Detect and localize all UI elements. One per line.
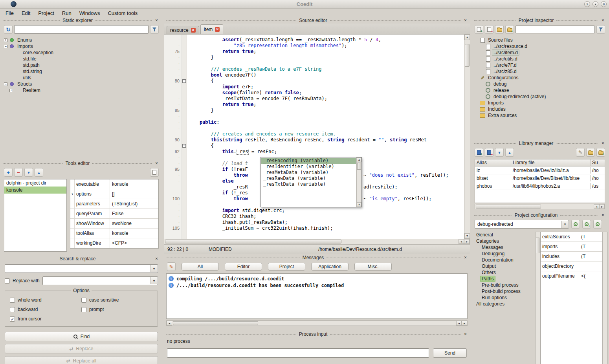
tree-item[interactable]: Configurations xyxy=(473,75,607,81)
tree-item[interactable]: release xyxy=(473,87,607,93)
filter-button[interactable] xyxy=(150,25,159,34)
column-header[interactable]: Library file xyxy=(511,159,591,166)
replace-button[interactable]: Replace xyxy=(5,344,158,353)
checkbox-icon[interactable] xyxy=(81,298,86,303)
close-panel-icon[interactable] xyxy=(600,141,605,146)
property-row[interactable]: extraSources (T xyxy=(541,232,607,242)
tree-item[interactable]: ../src/z85.d xyxy=(473,68,607,75)
scrollbar-thumb[interactable] xyxy=(165,240,341,243)
code-line[interactable]: · bool encodee7F() xyxy=(164,72,464,78)
code-line[interactable]: · xyxy=(164,60,464,66)
option-checkbox[interactable]: whole word xyxy=(10,297,81,303)
property-row[interactable]: imports (T xyxy=(541,242,607,252)
tree-item[interactable]: Extra sources xyxy=(473,112,607,119)
messages-horizontal-scrollbar[interactable] xyxy=(166,320,468,326)
close-panel-icon[interactable] xyxy=(600,18,605,23)
maximize-icon[interactable] xyxy=(592,1,598,7)
clone-configuration-button[interactable] xyxy=(593,220,602,229)
code-line[interactable]: 80− { xyxy=(164,78,464,84)
completion-scrollbar[interactable] xyxy=(356,157,361,207)
editor-tab[interactable]: resource xyxy=(167,26,199,34)
checkbox-icon[interactable] xyxy=(10,316,15,322)
expander-icon[interactable]: − xyxy=(4,45,7,48)
search-combo[interactable] xyxy=(5,264,158,273)
code-line[interactable]: 105 _initialSum = crc322uint(ihash.finis… xyxy=(164,225,464,231)
find-button[interactable]: Find xyxy=(5,332,158,341)
categories-scrollbar[interactable] xyxy=(535,232,540,364)
property-row[interactable]: parameters (TStringList) xyxy=(70,199,158,209)
minimize-icon[interactable] xyxy=(584,1,590,7)
menu-item[interactable]: Windows xyxy=(75,9,104,17)
tree-item[interactable]: + Enums xyxy=(2,37,160,43)
library-row[interactable]: iz /home/basile/Dev/Iz/lib/iz.a /ho xyxy=(475,166,605,174)
expander-icon[interactable]: − xyxy=(4,82,7,86)
column-header[interactable]: Alias xyxy=(475,159,511,166)
property-value[interactable]: <CFP> xyxy=(110,238,158,248)
scrollbar-thumb[interactable] xyxy=(476,205,541,209)
close-panel-icon[interactable] xyxy=(154,161,159,166)
code-line[interactable]: · xyxy=(164,125,464,131)
titlebar[interactable]: Coedit xyxy=(0,0,609,9)
scroll-left-icon[interactable] xyxy=(459,239,464,244)
configuration-combo[interactable]: debug-redirected xyxy=(475,220,569,229)
code-line[interactable]: · _resTxtData = encode_7F(_resRawData); xyxy=(164,96,464,102)
property-value[interactable]: False xyxy=(110,209,158,218)
tree-item[interactable]: core.exception xyxy=(2,49,160,56)
scroll-left-icon[interactable] xyxy=(456,321,462,326)
move-tool-down-button[interactable] xyxy=(24,168,33,177)
remove-tool-button[interactable] xyxy=(14,168,23,177)
add-source-button[interactable]: + xyxy=(475,25,483,34)
scrollbar-thumb[interactable] xyxy=(357,163,361,170)
scroll-right-icon[interactable] xyxy=(464,239,470,244)
code-line[interactable]: · import e7F; xyxy=(164,84,464,90)
dropdown-icon[interactable] xyxy=(150,277,157,284)
column-header[interactable]: Su xyxy=(591,159,605,166)
tree-item[interactable]: ../src/item.d xyxy=(473,49,607,56)
code-line[interactable]: · assert(_resTxtData.length == _resRawDa… xyxy=(164,37,464,43)
close-tab-icon[interactable] xyxy=(215,27,220,32)
close-panel-icon[interactable] xyxy=(463,18,468,23)
code-area[interactable]: · assert(_resTxtData.length == _resRawDa… xyxy=(164,35,470,239)
add-folder-button[interactable]: + xyxy=(505,25,514,34)
tree-item[interactable]: utils xyxy=(2,75,160,81)
scrollbar-thumb[interactable] xyxy=(173,321,258,325)
category-item[interactable]: All categories xyxy=(473,301,535,307)
property-row[interactable]: › options [] xyxy=(70,189,158,199)
close-panel-icon[interactable] xyxy=(600,213,605,218)
tree-item[interactable]: + ResItem xyxy=(2,87,160,93)
code-line[interactable]: · xyxy=(164,113,464,119)
dropdown-icon[interactable] xyxy=(150,265,157,272)
menu-item[interactable]: Run xyxy=(58,9,75,17)
close-panel-icon[interactable] xyxy=(154,18,159,23)
option-checkbox[interactable]: backward xyxy=(10,307,81,312)
category-item[interactable]: Debugging xyxy=(473,251,535,257)
category-item[interactable]: Categories xyxy=(473,238,535,244)
property-value[interactable]: konsole xyxy=(110,179,158,189)
property-value[interactable]: (TStringList) xyxy=(110,199,158,209)
replace-with-checkbox[interactable] xyxy=(5,278,10,284)
menu-item[interactable]: File xyxy=(2,9,18,17)
grid-scrollbar[interactable] xyxy=(602,232,607,364)
refresh-button[interactable] xyxy=(4,25,13,34)
menu-item[interactable]: Project xyxy=(34,9,58,17)
tree-item[interactable]: − Imports xyxy=(2,43,160,49)
filter-button[interactable] xyxy=(596,25,605,34)
code-line[interactable]: · "z85 representation length mismatches"… xyxy=(164,43,464,49)
close-panel-icon[interactable] xyxy=(463,332,468,337)
message-row[interactable]: /.../build/resource.d.coedit has been su… xyxy=(169,282,465,289)
scrollbar-thumb[interactable] xyxy=(465,44,470,67)
scroll-left-icon[interactable] xyxy=(594,204,599,209)
clear-messages-button[interactable] xyxy=(167,262,176,271)
move-tool-up-button[interactable] xyxy=(35,168,43,177)
code-line[interactable]: 90 this(string resFile, ResEncoding resE… xyxy=(164,137,464,143)
tree-item[interactable]: Includes xyxy=(473,106,607,112)
library-row[interactable]: phobos /usr/lib64/libphobos2.a /us xyxy=(475,182,605,190)
add-library-button[interactable]: + xyxy=(475,148,483,157)
completion-item[interactable]: _resEncoding (variable) xyxy=(261,158,356,164)
scrollbar-thumb[interactable] xyxy=(536,238,539,253)
message-filter-button[interactable]: Editor xyxy=(225,263,262,271)
menu-item[interactable]: Edit xyxy=(18,9,34,17)
code-line[interactable]: · ihash.put(_resRawData); xyxy=(164,219,464,225)
message-filter-button[interactable]: Application xyxy=(311,263,349,271)
code-line[interactable]: ·− { xyxy=(164,143,464,149)
